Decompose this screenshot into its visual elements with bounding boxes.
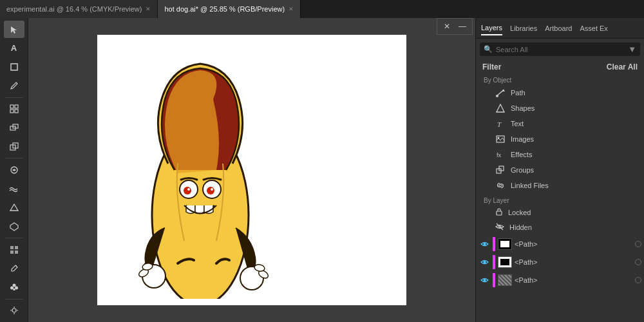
layer-thumb-1 <box>498 256 512 268</box>
tab-asset-ex[interactable]: Asset Ex <box>580 22 607 35</box>
eye-icon-2[interactable] <box>478 274 490 286</box>
magenta-bar-0 <box>493 237 495 251</box>
layer-name-0: <Path> <box>515 240 632 248</box>
tool-paint[interactable] <box>4 161 24 178</box>
filter-linked-files[interactable]: Linked Files <box>476 178 644 193</box>
tab-libraries[interactable]: Libraries <box>510 22 537 35</box>
filter-groups-label: Groups <box>511 166 534 174</box>
tool-pen[interactable] <box>4 77 24 95</box>
svg-point-48 <box>483 243 486 245</box>
eye-icon-0[interactable] <box>478 238 490 250</box>
tool-divider-3 <box>5 238 23 238</box>
svg-rect-3 <box>10 109 14 113</box>
clear-all-button[interactable]: Clear All <box>607 62 638 71</box>
tool-select[interactable] <box>4 21 24 38</box>
layer-row-1[interactable]: <Path> <box>476 253 644 271</box>
svg-rect-11 <box>15 246 18 249</box>
svg-rect-10 <box>10 246 14 249</box>
filter-images[interactable]: Images <box>476 131 644 147</box>
groups-icon <box>495 165 506 175</box>
search-icon: 🔍 <box>484 45 493 53</box>
layers-panel: Layers Libraries Artboard Asset Ex 🔍 ▼ F… <box>475 18 644 322</box>
svg-line-14 <box>16 265 17 266</box>
layer-row-2[interactable]: <Path> <box>476 271 644 289</box>
tab-bar: experimental.ai @ 16.4 % (CMYK/Preview) … <box>0 0 644 18</box>
images-icon <box>495 134 506 144</box>
tool-resize[interactable] <box>4 119 24 137</box>
layer-name-1: <Path> <box>515 258 632 266</box>
tab-layers[interactable]: Layers <box>481 21 502 35</box>
tool-clubs[interactable] <box>4 279 24 296</box>
svg-rect-2 <box>15 105 18 108</box>
filter-header: Filter Clear All <box>476 60 644 74</box>
canvas-toolbar: ✕ — <box>437 18 473 35</box>
filter-effects[interactable]: fx Effects <box>476 147 644 162</box>
by-object-section-label: By Object <box>476 74 644 85</box>
svg-point-19 <box>12 308 16 312</box>
layer-thumb-2 <box>498 274 512 286</box>
tool-type[interactable]: A <box>4 39 24 57</box>
canvas-toolbar-min[interactable]: — <box>455 19 469 33</box>
by-layer-section-label: By Layer <box>476 193 644 205</box>
svg-line-47 <box>497 223 503 230</box>
svg-text:fx: fx <box>497 152 502 158</box>
filter-groups[interactable]: Groups <box>476 162 644 178</box>
linked-files-icon <box>495 180 506 191</box>
tab-experimental[interactable]: experimental.ai @ 16.4 % (CMYK/Preview) … <box>0 0 158 18</box>
tool-waves[interactable] <box>4 180 24 198</box>
tool-dropper[interactable] <box>4 260 24 277</box>
search-input[interactable] <box>496 46 625 53</box>
main-area: A <box>0 18 644 322</box>
layer-vis-dot-2 <box>635 277 641 283</box>
filter-shapes[interactable]: Shapes <box>476 100 644 116</box>
tool-panel: A <box>0 18 28 322</box>
lock-icon <box>495 208 503 217</box>
tab-hotdog[interactable]: hot dog.ai* @ 25.85 % (RGB/Preview) ✕ <box>158 0 301 18</box>
tool-grid[interactable] <box>4 100 24 118</box>
svg-rect-12 <box>10 251 14 254</box>
filter-path-label: Path <box>511 89 526 97</box>
effects-icon: fx <box>495 149 506 160</box>
locked-item[interactable]: Locked <box>476 205 644 220</box>
canvas-document <box>97 35 406 305</box>
tool-sun[interactable] <box>4 302 24 319</box>
filter-text-label: Text <box>511 120 524 128</box>
search-bar: 🔍 ▼ <box>480 43 640 56</box>
tool-divider-4 <box>5 299 23 299</box>
svg-rect-1 <box>10 105 14 108</box>
filter-shapes-label: Shapes <box>511 104 535 112</box>
eye-icon-1[interactable] <box>478 256 490 268</box>
filter-text[interactable]: T Text <box>476 116 644 131</box>
filter-images-label: Images <box>511 135 534 143</box>
filter-effects-label: Effects <box>511 151 532 158</box>
svg-point-17 <box>15 287 18 290</box>
tab-hotdog-close[interactable]: ✕ <box>289 6 294 12</box>
panel-tabs: Layers Libraries Artboard Asset Ex <box>476 18 644 39</box>
filter-funnel-icon[interactable]: ▼ <box>628 44 636 54</box>
tab-artboard[interactable]: Artboard <box>545 22 572 35</box>
tool-divider-2 <box>5 158 23 158</box>
shapes-icon <box>495 103 506 113</box>
tool-triangle[interactable] <box>4 199 24 216</box>
tab-hotdog-label: hot dog.ai* @ 25.85 % (RGB/Preview) <box>164 5 285 13</box>
svg-rect-50 <box>500 241 509 247</box>
tool-shape[interactable] <box>4 58 24 75</box>
svg-point-54 <box>483 279 486 281</box>
tool-transform[interactable] <box>4 138 24 155</box>
canvas-toolbar-close[interactable]: ✕ <box>440 19 454 33</box>
hotdog-illustration <box>117 35 284 299</box>
tool-3d[interactable] <box>4 218 24 235</box>
svg-point-27 <box>184 187 191 194</box>
svg-rect-18 <box>13 289 15 290</box>
svg-point-41 <box>498 137 500 139</box>
canvas-area: ✕ — <box>28 18 475 322</box>
path-icon <box>495 88 506 98</box>
tab-experimental-close[interactable]: ✕ <box>146 6 151 12</box>
layer-row-0[interactable]: <Path> <box>476 235 644 253</box>
filter-path[interactable]: Path <box>476 85 644 100</box>
tool-grid2[interactable] <box>4 241 24 258</box>
filter-label: Filter <box>482 62 501 71</box>
layer-name-2: <Path> <box>515 276 632 284</box>
svg-rect-13 <box>15 251 18 254</box>
hidden-item[interactable]: Hidden <box>476 220 644 235</box>
